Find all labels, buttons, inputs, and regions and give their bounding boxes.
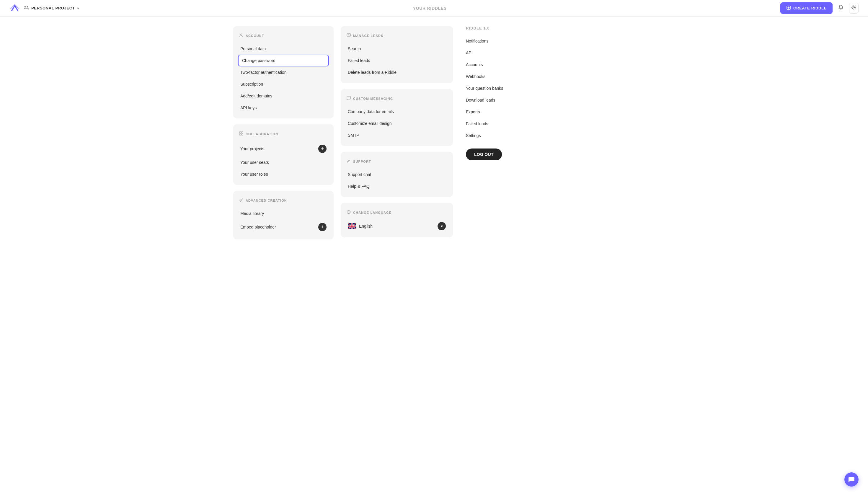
custom-messaging-icon [346, 96, 351, 101]
account-section-header: ACCOUNT [239, 33, 328, 38]
collaboration-section: COLLABORATION Your projects + Your user … [233, 124, 334, 185]
riddle-1-item-failed-leads[interactable]: Failed leads [466, 118, 635, 129]
support-menu-item-help-faq[interactable]: Help & FAQ [346, 181, 447, 192]
notification-bell-button[interactable] [836, 3, 846, 14]
manage-leads-menu-item-search[interactable]: Search [346, 43, 447, 55]
svg-point-3 [853, 7, 854, 8]
left-column: ACCOUNT Personal data Change password Tw… [233, 26, 334, 239]
advanced-creation-section-header: ADVANCED CREATION [239, 198, 328, 203]
header-left: PERSONAL PROJECT ▾ [10, 3, 79, 14]
header-center-title: YOUR RIDDLES [413, 6, 447, 11]
support-section-title: SUPPORT [353, 160, 371, 163]
manage-leads-menu-item-failed-leads[interactable]: Failed leads [346, 55, 447, 66]
custom-messaging-section-header: CUSTOM MESSAGING [346, 96, 447, 101]
header-right: CREATE RIDDLE [780, 2, 858, 14]
advanced-creation-section-title: ADVANCED CREATION [246, 199, 287, 202]
change-language-section-header: CHANGE LANGUAGE [346, 210, 447, 215]
support-section-header: SUPPORT [346, 159, 447, 164]
project-name-label: PERSONAL PROJECT [31, 6, 75, 10]
svg-rect-7 [239, 134, 241, 135]
main-content: ACCOUNT Personal data Change password Tw… [221, 17, 647, 249]
change-language-section-title: CHANGE LANGUAGE [353, 211, 391, 214]
custom-messaging-section: CUSTOM MESSAGING Company data for emails… [341, 89, 453, 146]
riddle-1-item-accounts[interactable]: Accounts [466, 59, 635, 71]
riddle-1-item-exports[interactable]: Exports [466, 106, 635, 118]
account-menu-item-add-edit-domains[interactable]: Add/edit domains [239, 90, 328, 102]
settings-button[interactable] [849, 3, 858, 14]
logout-button[interactable]: LOG OUT [466, 149, 502, 160]
custom-messaging-menu-item-company-data[interactable]: Company data for emails [346, 106, 447, 118]
create-riddle-label: CREATE RIDDLE [793, 6, 827, 10]
support-menu-item-support-chat[interactable]: Support chat [346, 169, 447, 181]
support-icon [346, 159, 351, 164]
settings-gear-icon [851, 5, 856, 12]
svg-point-4 [241, 34, 242, 35]
custom-messaging-menu-item-customize-email[interactable]: Customize email design [346, 118, 447, 129]
manage-leads-icon [346, 33, 351, 38]
svg-rect-8 [242, 134, 243, 135]
manage-leads-section-header: MANAGE LEADS [346, 33, 447, 38]
collaboration-menu-item-user-seats[interactable]: Your user seats [239, 156, 328, 168]
account-menu-item-personal-data[interactable]: Personal data [239, 43, 328, 55]
collaboration-menu-item-projects[interactable]: Your projects + [239, 141, 328, 156]
support-section: SUPPORT Support chat Help & FAQ [341, 152, 453, 197]
riddle-1-section: RIDDLE 1.0 Notifications API Accounts We… [466, 26, 635, 160]
account-section-title: ACCOUNT [246, 34, 264, 37]
create-riddle-icon [786, 5, 791, 11]
logo[interactable] [10, 3, 20, 14]
advanced-creation-menu-item-media-library[interactable]: Media library [239, 207, 328, 219]
language-dropdown-chevron[interactable]: ▾ [437, 222, 446, 230]
account-menu-item-subscription[interactable]: Subscription [239, 78, 328, 90]
language-selector[interactable]: English ▾ [346, 220, 447, 233]
riddle-1-item-settings[interactable]: Settings [466, 129, 635, 141]
add-embed-plus-icon[interactable]: + [318, 223, 327, 231]
svg-point-0 [25, 6, 26, 7]
svg-point-1 [27, 6, 28, 7]
riddle-1-item-webhooks[interactable]: Webhooks [466, 71, 635, 82]
language-label: English [359, 224, 373, 229]
project-dropdown-icon: ▾ [77, 6, 79, 11]
change-language-section: CHANGE LANGUAGE English ▾ [341, 203, 453, 237]
account-menu-item-change-password[interactable]: Change password [238, 55, 329, 66]
riddle-1-item-api[interactable]: API [466, 47, 635, 59]
collaboration-section-title: COLLABORATION [246, 132, 278, 136]
manage-leads-menu-item-delete-leads[interactable]: Delete leads from a Riddle [346, 66, 447, 78]
riddle-1-item-download-leads[interactable]: Download leads [466, 94, 635, 106]
advanced-creation-menu-item-embed-placeholder[interactable]: Embed placeholder + [239, 219, 328, 235]
account-menu-item-api-keys[interactable]: API keys [239, 102, 328, 114]
project-selector[interactable]: PERSONAL PROJECT ▾ [24, 5, 79, 12]
right-column: RIDDLE 1.0 Notifications API Accounts We… [460, 26, 635, 239]
middle-column: MANAGE LEADS Search Failed leads Delete … [341, 26, 453, 239]
language-left: English [348, 223, 373, 229]
add-project-plus-icon[interactable]: + [318, 145, 327, 153]
bell-icon [838, 4, 844, 12]
uk-flag-icon [348, 223, 356, 229]
account-section: ACCOUNT Personal data Change password Tw… [233, 26, 334, 119]
account-menu-item-two-factor[interactable]: Two-factor authentication [239, 66, 328, 78]
riddle-1-item-notifications[interactable]: Notifications [466, 35, 635, 47]
advanced-creation-section: ADVANCED CREATION Media library Embed pl… [233, 191, 334, 239]
collaboration-section-header: COLLABORATION [239, 131, 328, 136]
riddle-1-item-question-banks[interactable]: Your question banks [466, 82, 635, 94]
collaboration-menu-item-user-roles[interactable]: Your user roles [239, 168, 328, 180]
project-icon [24, 5, 29, 12]
change-language-icon [346, 210, 351, 215]
advanced-creation-icon [239, 198, 243, 203]
header: PERSONAL PROJECT ▾ YOUR RIDDLES CREATE R… [0, 0, 868, 17]
collaboration-icon [239, 131, 243, 136]
svg-rect-5 [239, 132, 241, 133]
account-icon [239, 33, 243, 38]
manage-leads-section: MANAGE LEADS Search Failed leads Delete … [341, 26, 453, 83]
svg-rect-6 [242, 132, 243, 133]
riddle-1-items: Notifications API Accounts Webhooks Your… [466, 35, 635, 141]
custom-messaging-section-title: CUSTOM MESSAGING [353, 97, 393, 100]
custom-messaging-menu-item-smtp[interactable]: SMTP [346, 129, 447, 141]
create-riddle-button[interactable]: CREATE RIDDLE [780, 2, 833, 14]
manage-leads-section-title: MANAGE LEADS [353, 34, 383, 37]
riddle-1-section-title: RIDDLE 1.0 [466, 26, 635, 30]
